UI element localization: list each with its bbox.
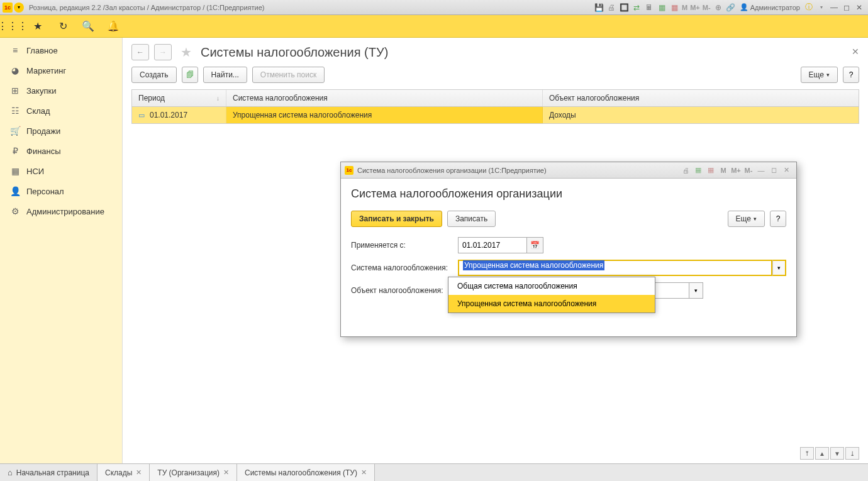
data-icon: ▦: [10, 166, 20, 176]
tax-system-dialog: 1c Система налогообложения организации (…: [340, 162, 797, 337]
search-icon[interactable]: 🔍: [81, 19, 96, 34]
copy-button[interactable]: 🗐: [182, 67, 198, 83]
close-tab-icon[interactable]: ✕: [361, 468, 367, 477]
sidebar-item-nsi[interactable]: ▦НСИ: [0, 161, 122, 181]
dialog-minimize-button[interactable]: —: [755, 165, 767, 176]
scroll-up-button[interactable]: ▲: [815, 447, 829, 460]
scroll-top-button[interactable]: ⤒: [800, 447, 814, 460]
dropdown-option-general[interactable]: Общая система налогообложения: [448, 277, 655, 295]
save-close-button[interactable]: Записать и закрыть: [351, 211, 442, 227]
close-tab-icon[interactable]: ✕: [223, 468, 229, 477]
label-tax-object: Объект налогообложения:: [351, 286, 458, 295]
dialog-mminus[interactable]: M-: [743, 165, 754, 176]
column-header-system[interactable]: Система налогообложения: [226, 90, 543, 106]
maximize-button[interactable]: ◻: [840, 3, 853, 13]
sidebar-label: Склад: [26, 106, 50, 116]
close-page-button[interactable]: ✕: [852, 47, 859, 57]
tax-system-combo[interactable]: Упрощенная система налогообложения: [458, 260, 772, 276]
link-icon[interactable]: 🔗: [725, 2, 737, 13]
info-icon[interactable]: ⓘ: [803, 2, 815, 13]
dialog-print-icon[interactable]: 🖨: [680, 165, 691, 176]
save-button[interactable]: Записать: [447, 211, 496, 227]
sidebar-label: НСИ: [26, 167, 44, 176]
dialog-cal2-icon[interactable]: ▦: [705, 165, 716, 176]
sidebar-item-finance[interactable]: ₽Финансы: [0, 141, 122, 161]
find-button[interactable]: Найти...: [203, 67, 247, 83]
dialog-more-button[interactable]: Еще▾: [728, 211, 765, 227]
cell-system: Упрощенная система налогообложения: [233, 111, 372, 119]
app-menu-dropdown[interactable]: ▾: [14, 3, 24, 13]
cell-object: Доходы: [549, 111, 576, 119]
create-button[interactable]: Создать: [131, 67, 177, 83]
close-tab-icon[interactable]: ✕: [136, 468, 142, 477]
print-icon[interactable]: 🖨: [606, 2, 617, 13]
close-button[interactable]: ✕: [853, 3, 865, 13]
apply-from-input[interactable]: [458, 237, 527, 253]
memory-m[interactable]: M: [682, 4, 687, 11]
window-title: Розница, редакция 2.2 /Зал красоты / Адм…: [29, 4, 265, 11]
tab-home[interactable]: ⌂Начальная страница: [0, 464, 97, 481]
sidebar-label: Персонал: [26, 187, 64, 196]
dialog-help-button[interactable]: ?: [770, 211, 786, 227]
dialog-mplus[interactable]: M+: [730, 165, 742, 176]
favorites-icon[interactable]: ★: [30, 19, 45, 34]
apps-icon[interactable]: ⋮⋮⋮: [5, 19, 20, 34]
favorite-star-icon[interactable]: ★: [181, 45, 192, 60]
home-tab-icon: ⌂: [8, 468, 13, 477]
compare-icon[interactable]: ⇄: [631, 2, 642, 13]
shelves-icon: ☷: [10, 106, 20, 116]
table-row[interactable]: ▭01.01.2017 Упрощенная система налогообл…: [132, 107, 859, 123]
sidebar-label: Финансы: [26, 147, 61, 156]
dialog-titlebar[interactable]: 1c Система налогообложения организации (…: [341, 162, 796, 179]
scroll-down-button[interactable]: ▼: [830, 447, 844, 460]
notifications-icon[interactable]: 🔔: [106, 19, 121, 34]
tax-object-dropdown-button[interactable]: ▾: [689, 282, 703, 299]
tab-tax-systems[interactable]: Системы налогообложения (ТУ)✕: [237, 464, 375, 481]
user-menu[interactable]: 👤 Администратор: [737, 3, 803, 11]
tab-warehouses[interactable]: Склады✕: [97, 464, 150, 481]
app-logo-icon: 1c: [3, 3, 13, 13]
cancel-search-button[interactable]: Отменить поиск: [252, 67, 325, 83]
calendar2-icon[interactable]: ▦: [669, 2, 680, 13]
content-area: ← → ★ Системы налогообложения (ТУ) ✕ Соз…: [123, 38, 868, 463]
memory-mplus[interactable]: M+: [690, 4, 700, 11]
dialog-maximize-button[interactable]: ◻: [768, 165, 779, 176]
dropdown-option-simplified[interactable]: Упрощенная система налогообложения: [448, 295, 655, 312]
info-dropdown-icon[interactable]: ▾: [816, 2, 827, 13]
column-header-object[interactable]: Объект налогообложения: [543, 90, 859, 106]
memory-mminus[interactable]: M-: [703, 4, 711, 11]
sidebar-item-sales[interactable]: 🛒Продажи: [0, 121, 122, 141]
person-icon: 👤: [10, 186, 20, 196]
sidebar-item-marketing[interactable]: ◕Маркетинг: [0, 60, 122, 80]
record-icon: ▭: [138, 111, 145, 119]
tax-system-value: Упрощенная система налогообложения: [463, 260, 604, 270]
dialog-m[interactable]: M: [718, 165, 729, 176]
tab-organization[interactable]: ТУ (Организация)✕: [150, 464, 237, 481]
sidebar-item-warehouse[interactable]: ☷Склад: [0, 101, 122, 121]
dialog-cal1-icon[interactable]: ▦: [693, 165, 704, 176]
pie-icon: ◕: [10, 65, 20, 75]
back-button[interactable]: ←: [131, 44, 149, 60]
window-titlebar: 1c ▾ Розница, редакция 2.2 /Зал красоты …: [0, 0, 868, 15]
sidebar-label: Главное: [26, 46, 58, 55]
zoom-icon[interactable]: ⊕: [713, 2, 724, 13]
scroll-bottom-button[interactable]: ⤓: [845, 447, 859, 460]
help-button[interactable]: ?: [843, 67, 859, 83]
forward-button[interactable]: →: [154, 44, 172, 60]
tax-system-dropdown-button[interactable]: ▾: [772, 260, 786, 276]
sidebar-item-main[interactable]: ≡Главное: [0, 40, 122, 60]
label-apply-from: Применяется с:: [351, 241, 458, 250]
sidebar-item-purchases[interactable]: ⊞Закупки: [0, 80, 122, 101]
calculator-icon[interactable]: 🖩: [643, 2, 655, 13]
more-button[interactable]: Еще▾: [801, 67, 838, 83]
history-icon[interactable]: ↻: [55, 19, 70, 34]
calendar-picker-button[interactable]: 📅: [527, 237, 543, 253]
sidebar-item-personnel[interactable]: 👤Персонал: [0, 181, 122, 201]
preview-icon[interactable]: 🔲: [618, 2, 630, 13]
calendar-icon[interactable]: ▦: [656, 2, 667, 13]
dialog-close-button[interactable]: ✕: [781, 165, 792, 176]
sidebar-item-admin[interactable]: ⚙Администрирование: [0, 201, 122, 221]
minimize-button[interactable]: —: [828, 3, 840, 13]
save-icon[interactable]: 💾: [593, 2, 604, 13]
column-header-period[interactable]: Период↓: [132, 90, 226, 106]
